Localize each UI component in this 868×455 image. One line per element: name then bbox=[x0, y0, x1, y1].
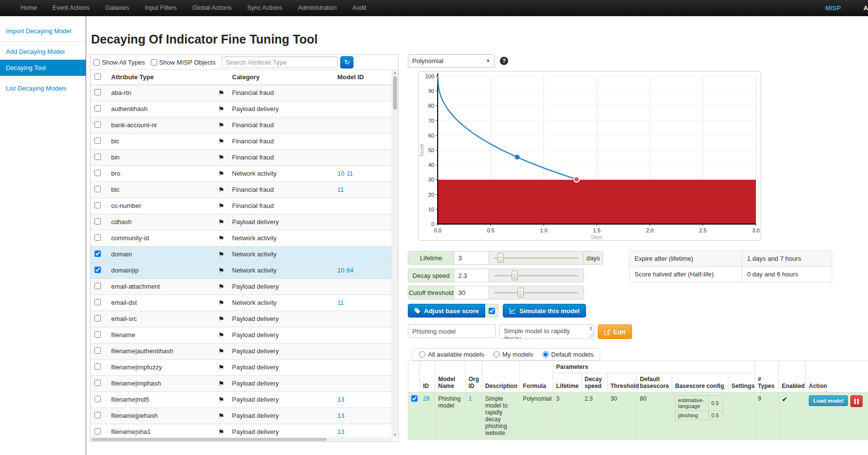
org-id-link[interactable]: 1 bbox=[469, 395, 472, 402]
y-tick-label: 30 bbox=[428, 177, 434, 182]
row-checkbox[interactable] bbox=[94, 412, 101, 418]
row-checkbox[interactable] bbox=[94, 250, 101, 257]
model-id-link[interactable]: 29 bbox=[423, 395, 429, 402]
decay-speed-slider[interactable] bbox=[489, 269, 584, 282]
radio-option-default-models[interactable]: Default models bbox=[542, 351, 594, 358]
help-icon[interactable]: ? bbox=[500, 57, 508, 65]
show-misp-objects-option[interactable]: Show MISP Objects bbox=[151, 59, 215, 66]
row-checkbox[interactable] bbox=[94, 267, 101, 273]
slider-track[interactable] bbox=[494, 275, 579, 276]
row-checkbox[interactable] bbox=[94, 234, 101, 241]
row-checkbox[interactable] bbox=[94, 154, 101, 160]
adjust-base-score-checkbox[interactable] bbox=[489, 308, 495, 314]
curve-handle-dot[interactable] bbox=[574, 177, 579, 182]
row-checkbox[interactable] bbox=[94, 283, 101, 289]
sidebar-item-decaying-tool[interactable]: Decaying Tool bbox=[0, 60, 86, 76]
search-attribute-input[interactable] bbox=[221, 56, 338, 68]
lifetime-slider[interactable] bbox=[489, 251, 583, 264]
model-description-textarea[interactable]: Simple model to rapidly decay bbox=[499, 324, 594, 339]
col-lifetime: Lifetime bbox=[553, 373, 582, 392]
model-name-input[interactable] bbox=[408, 324, 496, 338]
row-checkbox[interactable] bbox=[94, 89, 101, 95]
model-id-link[interactable]: 10 bbox=[337, 170, 344, 177]
row-checkbox[interactable] bbox=[94, 218, 101, 225]
model-id-link[interactable]: 13 bbox=[337, 428, 344, 435]
model-id-link[interactable]: 11 bbox=[337, 186, 344, 193]
refresh-button[interactable]: ↻ bbox=[340, 56, 353, 68]
radio-all-available-models[interactable] bbox=[419, 351, 425, 358]
load-model-button[interactable]: Load model bbox=[809, 395, 848, 406]
model-id-link[interactable]: 10 bbox=[337, 267, 344, 274]
cutoff-threshold-slider[interactable] bbox=[489, 286, 584, 299]
row-checkbox[interactable] bbox=[94, 105, 101, 112]
model-id-link[interactable]: 84 bbox=[346, 267, 353, 274]
model-checkbox[interactable] bbox=[411, 395, 418, 402]
slider-track[interactable] bbox=[494, 257, 578, 259]
row-checkbox[interactable] bbox=[94, 380, 101, 386]
hscrollbar-thumb[interactable] bbox=[92, 438, 327, 441]
textarea-resize-grip[interactable] bbox=[589, 333, 593, 338]
model-id-link[interactable]: 13 bbox=[337, 396, 344, 403]
vertical-scrollbar[interactable]: ▲ ▼ bbox=[392, 70, 398, 437]
row-checkbox[interactable] bbox=[94, 202, 101, 208]
sidebar-item-list-decaying-models[interactable]: List Decaying Models bbox=[0, 80, 86, 96]
edit-model-button[interactable]: Edit bbox=[598, 324, 632, 339]
show-all-types-checkbox[interactable] bbox=[94, 59, 100, 66]
row-checkbox[interactable] bbox=[94, 137, 101, 144]
misp-brand-link[interactable]: MISP bbox=[825, 4, 841, 12]
row-checkbox[interactable] bbox=[94, 186, 101, 192]
show-misp-objects-checkbox[interactable] bbox=[151, 59, 157, 66]
row-checkbox[interactable] bbox=[94, 299, 101, 305]
formula-select[interactable]: Polynomial ▼ bbox=[408, 54, 495, 68]
attribute-type-label: bic bbox=[111, 137, 119, 145]
decay-speed-value-input[interactable] bbox=[454, 269, 489, 282]
nav-user-menu[interactable]: Ad bbox=[864, 4, 868, 12]
radio-default-models[interactable] bbox=[542, 351, 549, 358]
nav-item-galaxies[interactable]: Galaxies bbox=[97, 0, 137, 16]
lifetime-value-input[interactable] bbox=[454, 251, 489, 264]
slider-track[interactable] bbox=[494, 292, 579, 294]
row-checkbox[interactable] bbox=[94, 396, 101, 402]
sidebar-item-add-decaying-model[interactable]: Add Decaying Model bbox=[0, 44, 86, 60]
nav-item-input-filters[interactable]: Input Filters bbox=[137, 0, 185, 16]
flag-icon: ⚑ bbox=[218, 186, 224, 194]
row-checkbox[interactable] bbox=[94, 331, 101, 338]
row-checkbox[interactable] bbox=[94, 121, 101, 128]
row-checkbox[interactable] bbox=[94, 170, 101, 176]
attribute-row: authentihash⚑Payload delivery bbox=[91, 101, 392, 117]
y-tick-label: 0 bbox=[431, 221, 434, 227]
radio-option-my-models[interactable]: My models bbox=[493, 351, 533, 358]
row-checkbox[interactable] bbox=[94, 364, 101, 370]
scroll-down-icon[interactable]: ▼ bbox=[392, 433, 398, 436]
row-checkbox[interactable] bbox=[94, 347, 101, 354]
model-id-link[interactable]: 13 bbox=[337, 412, 344, 419]
row-checkbox[interactable] bbox=[94, 428, 101, 434]
select-all-checkbox[interactable] bbox=[94, 73, 101, 80]
pause-model-button[interactable] bbox=[850, 395, 863, 407]
cutoff-threshold-value-input[interactable] bbox=[454, 286, 489, 299]
show-all-types-option[interactable]: Show All Types bbox=[94, 59, 145, 66]
row-checkbox[interactable] bbox=[94, 315, 101, 321]
model-id-link[interactable]: 11 bbox=[346, 170, 353, 177]
nav-item-global-actions[interactable]: Global Actions bbox=[185, 0, 239, 16]
model-id-link[interactable]: 11 bbox=[337, 299, 344, 306]
category-cell: Financial fraud bbox=[228, 133, 333, 149]
slider-handle[interactable] bbox=[512, 271, 518, 280]
scrollbar-thumb[interactable] bbox=[393, 76, 397, 110]
textarea-scroll-arrows-icon[interactable]: ▲▼ bbox=[589, 326, 592, 331]
horizontal-scrollbar[interactable] bbox=[91, 437, 392, 441]
curve-handle-dot[interactable] bbox=[515, 155, 520, 159]
nav-item-home[interactable]: Home bbox=[13, 0, 45, 16]
nav-item-event-actions[interactable]: Event Actions bbox=[45, 0, 97, 16]
nav-item-audit[interactable]: Audit bbox=[345, 0, 375, 16]
simulate-model-button[interactable]: Simulate this model bbox=[503, 304, 586, 318]
radio-my-models[interactable] bbox=[493, 351, 500, 358]
slider-handle[interactable] bbox=[497, 253, 504, 263]
radio-option-all-available-models[interactable]: All available models bbox=[419, 351, 484, 358]
scroll-up-icon[interactable]: ▲ bbox=[392, 71, 398, 74]
sidebar-item-import-decaying-model[interactable]: Import Decaying Model bbox=[0, 23, 86, 39]
nav-item-sync-actions[interactable]: Sync Actions bbox=[239, 0, 290, 16]
slider-handle[interactable] bbox=[517, 288, 524, 297]
adjust-base-score-button[interactable]: Adjust base score bbox=[408, 304, 485, 318]
nav-item-administration[interactable]: Administration bbox=[290, 0, 345, 16]
